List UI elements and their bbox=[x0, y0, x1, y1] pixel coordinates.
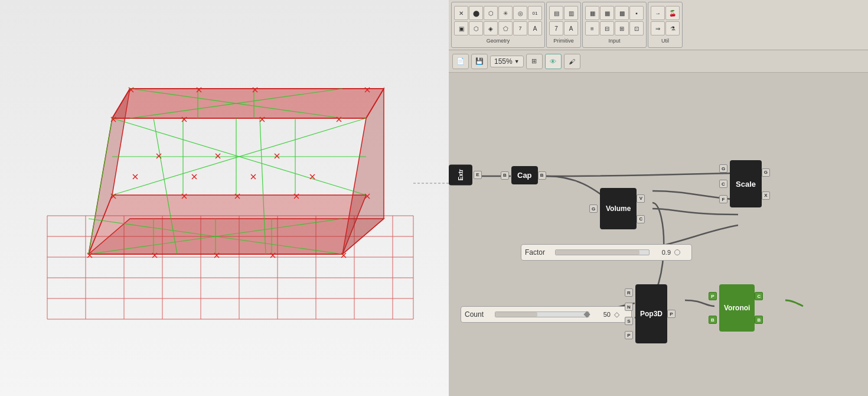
toolbar-btn-circle[interactable]: ⬤ bbox=[469, 6, 483, 20]
scale-right-ports: G X bbox=[762, 160, 772, 207]
connections-svg bbox=[449, 73, 868, 396]
cap-node[interactable]: B Cap B bbox=[501, 166, 549, 184]
scale-port-f-in[interactable]: F bbox=[719, 195, 727, 203]
toolbar-btn-util3[interactable]: ⇒ bbox=[651, 21, 665, 35]
volume-node[interactable]: G Volume V C bbox=[589, 188, 647, 229]
toolbar-btn-prim1[interactable]: ▤ bbox=[549, 6, 563, 20]
zoom-value: 155% bbox=[494, 57, 513, 66]
scale-left-ports: G C F bbox=[719, 160, 730, 207]
pop3d-port-r[interactable]: R bbox=[625, 288, 633, 297]
count-value: 50 bbox=[593, 311, 611, 318]
voronoi-port-c-out[interactable]: C bbox=[755, 292, 763, 300]
scale-body[interactable]: Scale bbox=[730, 160, 762, 207]
toolbar-btn-util1[interactable]: → bbox=[651, 6, 665, 20]
toolbar-btn-hex[interactable]: ⬡ bbox=[469, 21, 483, 35]
factor-fill bbox=[556, 250, 639, 255]
scale-port-g-out[interactable]: G bbox=[762, 168, 770, 177]
zoom-display[interactable]: 155% ▼ bbox=[490, 56, 524, 67]
cap-port-b-out[interactable]: B bbox=[538, 171, 546, 180]
voronoi-port-b-in[interactable]: B bbox=[709, 316, 717, 324]
save-btn[interactable]: 💾 bbox=[471, 54, 488, 69]
toolbar-btn-prim3[interactable]: 7 bbox=[549, 21, 563, 35]
node-editor: ✕ ⬤ ⬡ ✳ ◎ 01 ▣ ⬡ ◈ ⬠ 7 A Geometry ▤ ▥ bbox=[449, 0, 868, 396]
paint-btn[interactable]: 🖌 bbox=[564, 54, 580, 69]
pop3d-port-p[interactable]: P bbox=[625, 331, 633, 339]
toolbar-btn-prim2[interactable]: ▥ bbox=[564, 6, 578, 20]
toolbar-group-primitive: ▤ ▥ 7 A Primitive bbox=[546, 2, 581, 48]
count-slider[interactable]: Count 50 ◇ bbox=[461, 306, 632, 323]
eye-btn[interactable]: 👁 bbox=[545, 54, 562, 69]
cap-right-ports: B bbox=[538, 166, 549, 184]
cap-port-b-in[interactable]: B bbox=[501, 171, 509, 180]
volume-port-v[interactable]: V bbox=[637, 194, 645, 203]
toolbar-btn-util4[interactable]: ⚗ bbox=[665, 21, 680, 35]
toolbar-btn-a[interactable]: A bbox=[528, 21, 542, 35]
count-track[interactable] bbox=[495, 311, 589, 317]
toolbar-btn-inp6[interactable]: ⊟ bbox=[600, 21, 614, 35]
count-label: Count bbox=[465, 310, 491, 319]
toolbar-btn-circle2[interactable]: ◎ bbox=[513, 6, 527, 20]
zoom-arrow: ▼ bbox=[514, 59, 520, 64]
voronoi-right-ports: C B bbox=[755, 284, 765, 332]
voronoi-body[interactable]: Voronoi bbox=[719, 284, 755, 332]
extr-body[interactable]: Extr bbox=[449, 164, 472, 185]
extr-node[interactable]: Extr E bbox=[449, 164, 484, 185]
toolbar-btn-util2[interactable]: 🍒 bbox=[665, 6, 680, 20]
factor-label: Factor bbox=[525, 248, 552, 257]
toolbar-btn-inp8[interactable]: ⊡ bbox=[629, 21, 644, 35]
extr-port-e[interactable]: E bbox=[474, 171, 482, 179]
volume-port-g[interactable]: G bbox=[589, 205, 598, 213]
svg-marker-22 bbox=[112, 89, 384, 118]
toolbar-btn-prim4[interactable]: A bbox=[564, 21, 578, 35]
toolbar-group-input: ▦ ▦ ▩ ▪ ≡ ⊟ ⊞ ⊡ Input bbox=[582, 2, 647, 48]
3d-viewport[interactable] bbox=[0, 0, 449, 396]
input-label: Input bbox=[608, 38, 620, 44]
toolbar-btn-7[interactable]: 7 bbox=[513, 21, 527, 35]
pop3d-body[interactable]: Pop3D bbox=[635, 284, 667, 343]
scale-port-c-in[interactable]: C bbox=[719, 180, 727, 188]
toolbar-btn-diamond[interactable]: ◈ bbox=[484, 21, 498, 35]
toolbar: ✕ ⬤ ⬡ ✳ ◎ 01 ▣ ⬡ ◈ ⬠ 7 A Geometry ▤ ▥ bbox=[449, 0, 868, 50]
pop3d-left-ports: R N S P bbox=[625, 284, 635, 343]
geometry-label: Geometry bbox=[487, 38, 510, 44]
pop3d-port-s[interactable]: S bbox=[625, 317, 633, 325]
new-file-btn[interactable]: 📄 bbox=[452, 54, 469, 69]
extr-right-ports: E bbox=[474, 164, 484, 185]
toolbar-btn-x[interactable]: ✕ bbox=[454, 6, 468, 20]
toolbar-btn-inp1[interactable]: ▦ bbox=[585, 6, 599, 20]
fit-view-btn[interactable]: ⊞ bbox=[526, 54, 543, 69]
pop3d-right-ports: P bbox=[667, 284, 678, 343]
toolbar-btn-inp3[interactable]: ▩ bbox=[615, 6, 629, 20]
toolbar-btn-inp5[interactable]: ≡ bbox=[585, 21, 599, 35]
util-label: Util bbox=[661, 38, 669, 44]
pop3d-node[interactable]: R N S P Pop3D P bbox=[625, 284, 678, 343]
factor-circle bbox=[674, 249, 680, 255]
toolbar-btn-mesh[interactable]: ⬡ bbox=[484, 6, 498, 20]
factor-value: 0.9 bbox=[653, 249, 671, 256]
toolbar-btn-oct[interactable]: ⬠ bbox=[498, 21, 513, 35]
toolbar-btn-inp7[interactable]: ⊞ bbox=[615, 21, 629, 35]
cap-body[interactable]: Cap bbox=[511, 166, 538, 184]
toolbar-btn-star[interactable]: ✳ bbox=[498, 6, 513, 20]
primitive-label: Primitive bbox=[553, 38, 574, 44]
voronoi-port-b-out[interactable]: B bbox=[755, 316, 763, 324]
count-fill bbox=[495, 312, 537, 317]
svg-marker-19 bbox=[89, 219, 384, 254]
pop3d-port-n[interactable]: N bbox=[625, 303, 633, 311]
voronoi-node[interactable]: P B Voronoi C B bbox=[709, 284, 765, 332]
scale-port-g-in[interactable]: G bbox=[719, 164, 727, 173]
volume-body[interactable]: Volume bbox=[600, 188, 637, 229]
toolbar-btn-01[interactable]: 01 bbox=[528, 6, 542, 20]
voronoi-port-p-in[interactable]: P bbox=[709, 292, 717, 300]
scale-port-x-out[interactable]: X bbox=[762, 191, 770, 200]
toolbar-btn-inp4[interactable]: ▪ bbox=[629, 6, 644, 20]
scale-node[interactable]: G C F Scale G X bbox=[719, 160, 772, 207]
factor-track[interactable] bbox=[555, 249, 650, 255]
volume-port-c[interactable]: C bbox=[637, 215, 645, 223]
pop3d-port-p-out[interactable]: P bbox=[667, 310, 676, 318]
toolbar-group-geometry: ✕ ⬤ ⬡ ✳ ◎ 01 ▣ ⬡ ◈ ⬠ 7 A Geometry bbox=[451, 2, 545, 48]
cap-left-ports: B bbox=[501, 166, 511, 184]
toolbar-btn-inp2[interactable]: ▦ bbox=[600, 6, 614, 20]
toolbar-btn-sq[interactable]: ▣ bbox=[454, 21, 468, 35]
factor-slider[interactable]: Factor 0.9 bbox=[521, 244, 692, 261]
